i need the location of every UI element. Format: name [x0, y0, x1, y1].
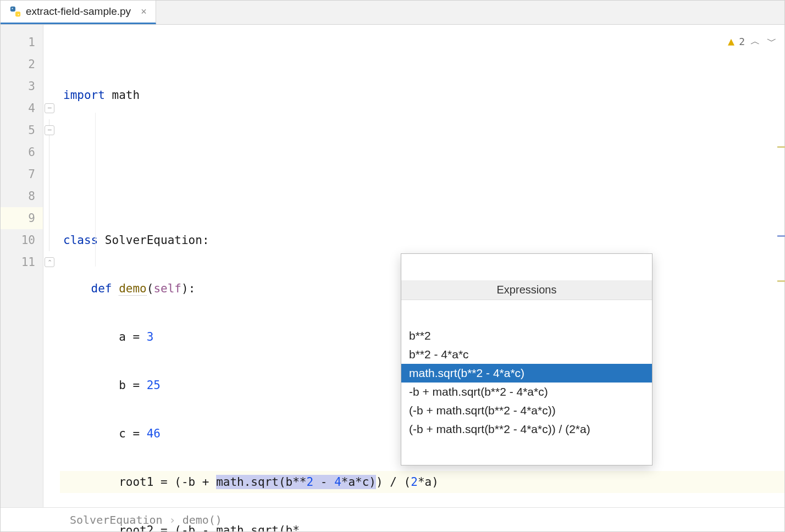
stripe-mark[interactable]	[777, 146, 785, 148]
fold-toggle-class[interactable]: −	[45, 103, 54, 113]
code-area[interactable]: import math class SolverEquation: def de…	[60, 25, 784, 507]
svg-rect-1	[15, 12, 20, 16]
popup-title: Expressions	[401, 280, 652, 300]
close-tab-icon[interactable]: ×	[139, 6, 149, 18]
next-highlight-icon[interactable]: ﹀	[766, 35, 778, 48]
selection: math.sqrt(b**2 - 4*a*c)	[216, 475, 376, 489]
popup-list: b**2b**2 - 4*a*cmath.sqrt(b**2 - 4*a*c)-…	[401, 326, 652, 439]
current-line: root1 = (-b + math.sqrt(b**2 - 4*a*c)) /…	[60, 471, 784, 493]
editor: 1234567891011 − − ⌃ import math class So…	[1, 25, 784, 507]
line-number[interactable]: 5	[1, 119, 43, 141]
svg-rect-0	[10, 7, 15, 12]
svg-point-3	[18, 14, 19, 15]
fold-strip: − − ⌃	[43, 25, 60, 507]
tab-filename: extract-field-sample.py	[26, 5, 131, 18]
expression-option[interactable]: math.sqrt(b**2 - 4*a*c)	[401, 364, 652, 383]
line-number[interactable]: 8	[1, 185, 43, 207]
expression-option[interactable]: (-b + math.sqrt(b**2 - 4*a*c))	[401, 401, 652, 420]
tab-bar: extract-field-sample.py ×	[1, 1, 784, 25]
line-number[interactable]: 2	[1, 53, 43, 75]
line-number[interactable]: 7	[1, 163, 43, 185]
stripe-mark[interactable]	[777, 280, 785, 282]
param-self: self	[153, 282, 181, 295]
expressions-popup: Expressions b**2b**2 - 4*a*cmath.sqrt(b*…	[401, 253, 653, 465]
warning-icon: ▲	[728, 35, 734, 48]
line-number[interactable]: 4	[1, 97, 43, 119]
fold-end[interactable]: ⌃	[45, 257, 54, 267]
fn-name: demo	[119, 282, 147, 296]
stripe-mark[interactable]	[777, 235, 785, 237]
line-gutter[interactable]: 1234567891011	[1, 25, 43, 507]
kw-class: class	[63, 234, 98, 247]
line-number[interactable]: 10	[1, 229, 43, 251]
error-stripe[interactable]	[777, 24, 785, 508]
mod-math: math	[105, 88, 140, 102]
class-name: SolverEquation	[98, 234, 202, 247]
python-file-icon	[9, 5, 21, 18]
line-number[interactable]: 9	[1, 207, 43, 229]
kw-import: import	[63, 88, 105, 102]
warning-count: 2	[739, 36, 745, 47]
expression-option[interactable]: (-b + math.sqrt(b**2 - 4*a*c)) / (2*a)	[401, 420, 652, 439]
inspections-widget[interactable]: ▲ 2 ︿ ﹀	[728, 35, 778, 48]
prev-highlight-icon[interactable]: ︿	[749, 35, 761, 48]
line-number[interactable]: 6	[1, 141, 43, 163]
svg-point-2	[12, 8, 13, 9]
expression-option[interactable]: -b + math.sqrt(b**2 - 4*a*c)	[401, 383, 652, 401]
line-number[interactable]: 3	[1, 75, 43, 97]
kw-def: def	[91, 282, 112, 295]
line-number[interactable]: 1	[1, 31, 43, 53]
expression-option[interactable]: b**2	[401, 326, 652, 345]
fold-toggle-def[interactable]: −	[45, 125, 54, 135]
expression-option[interactable]: b**2 - 4*a*c	[401, 345, 652, 364]
line-number[interactable]: 11	[1, 251, 43, 273]
editor-tab[interactable]: extract-field-sample.py ×	[1, 1, 156, 24]
